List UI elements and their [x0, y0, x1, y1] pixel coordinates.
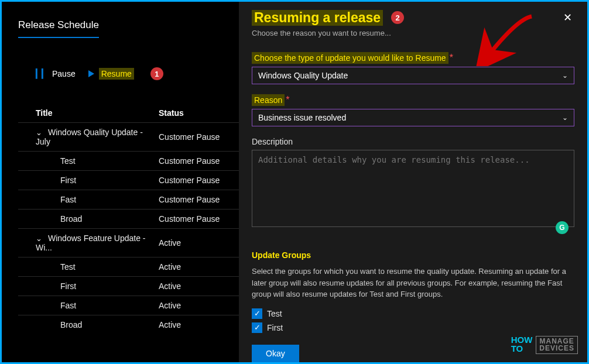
row-status: Active	[159, 281, 239, 291]
checkbox-test[interactable]: ✓Test	[252, 308, 574, 319]
update-type-select[interactable]: Windows Quality Update ⌄	[252, 67, 574, 84]
update-type-label: Choose the type of update you would like…	[252, 52, 448, 64]
row-status: Active	[159, 238, 239, 248]
row-status: Customer Pause	[159, 176, 239, 185]
reason-value: Business issue resolved	[258, 113, 346, 122]
column-title: Title	[18, 108, 159, 118]
row-status: Customer Pause	[159, 132, 239, 142]
checkbox-label: Test	[267, 309, 282, 318]
row-title: First	[60, 281, 76, 291]
release-schedule-panel: Release Schedule ▎▎ Pause Resume 1 Title…	[2, 2, 239, 362]
table-row[interactable]: FastActive	[18, 296, 239, 315]
pause-button[interactable]: ▎▎ Pause	[36, 68, 76, 79]
panel-subtitle: Choose the reason you want to resume...	[252, 29, 574, 37]
page-title: Release Schedule	[18, 19, 99, 38]
row-title: Windows Feature Update - Wi...	[36, 233, 146, 252]
row-title: First	[60, 176, 76, 185]
action-bar: ▎▎ Pause Resume 1	[36, 67, 239, 80]
chevron-down-icon: ⌄	[562, 71, 568, 80]
resume-label: Resume	[99, 68, 134, 80]
chevron-down-icon: ⌄	[36, 128, 42, 137]
row-title: Fast	[60, 195, 76, 204]
row-title: Windows Quality Update - July	[36, 128, 143, 146]
row-status: Active	[159, 301, 239, 310]
row-title: Test	[60, 156, 76, 166]
pause-label: Pause	[52, 69, 76, 78]
okay-button[interactable]: Okay	[252, 345, 299, 362]
column-status: Status	[159, 108, 239, 118]
row-title: Broad	[60, 214, 82, 224]
checkbox-label: First	[267, 323, 283, 332]
reason-label: Reason	[252, 94, 285, 106]
table-row[interactable]: FirstActive	[18, 276, 239, 296]
annotation-badge-2: 2	[391, 11, 404, 24]
table-row[interactable]: BroadCustomer Pause	[18, 209, 239, 228]
description-label: Description	[252, 137, 574, 146]
resume-button[interactable]: Resume	[88, 68, 134, 80]
chevron-down-icon: ⌄	[562, 114, 568, 122]
table-row[interactable]: FastCustomer Pause	[18, 190, 239, 209]
panel-title: Resuming a release	[252, 10, 383, 26]
table-header: Title Status	[18, 104, 239, 122]
resume-release-panel: Resuming a release 2 ✕ Choose the reason…	[239, 2, 587, 362]
reason-select[interactable]: Business issue resolved ⌄	[252, 109, 574, 126]
row-status: Customer Pause	[159, 195, 239, 204]
table-row[interactable]: ⌄Windows Feature Update - Wi...Active	[18, 228, 239, 257]
table-row[interactable]: FirstCustomer Pause	[18, 170, 239, 190]
table-row[interactable]: ⌄Windows Quality Update - JulyCustomer P…	[18, 122, 239, 151]
row-status: Active	[159, 320, 239, 329]
play-icon	[88, 70, 94, 77]
check-icon: ✓	[252, 308, 262, 319]
row-status: Active	[159, 262, 239, 272]
row-title: Test	[60, 262, 76, 272]
table-row[interactable]: BroadActive	[18, 315, 239, 334]
table-body: ⌄Windows Quality Update - JulyCustomer P…	[18, 122, 239, 334]
chevron-down-icon: ⌄	[36, 234, 42, 243]
close-icon[interactable]: ✕	[561, 9, 574, 26]
table-row[interactable]: TestActive	[18, 257, 239, 276]
required-marker: *	[286, 95, 289, 105]
update-type-value: Windows Quality Update	[258, 71, 348, 80]
table-row[interactable]: TestCustomer Pause	[18, 151, 239, 170]
row-status: Customer Pause	[159, 156, 239, 166]
required-marker: *	[450, 53, 453, 63]
row-title: Fast	[60, 301, 76, 310]
check-icon: ✓	[252, 322, 262, 333]
row-status: Customer Pause	[159, 214, 239, 224]
update-groups-heading: Update Groups	[252, 250, 574, 260]
description-textarea[interactable]	[252, 150, 574, 227]
row-title: Broad	[60, 320, 82, 329]
checkbox-first[interactable]: ✓First	[252, 322, 574, 333]
grammarly-icon: G	[556, 221, 569, 234]
update-groups-help: Select the groups for which you want to …	[252, 266, 574, 300]
pause-icon: ▎▎	[36, 68, 47, 79]
annotation-badge-1: 1	[150, 67, 163, 80]
